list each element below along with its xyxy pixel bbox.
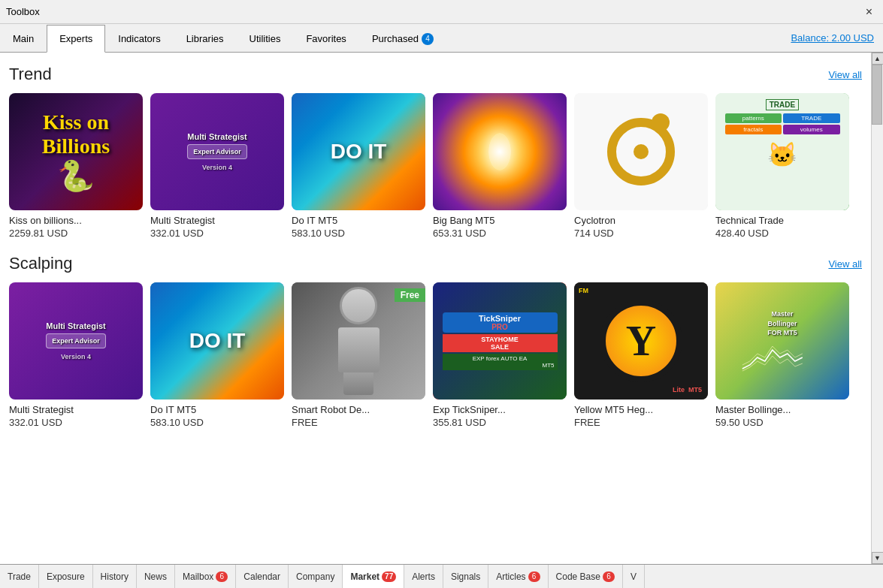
bottom-tab-trade[interactable]: Trade bbox=[0, 565, 39, 588]
bottom-tab-market[interactable]: Market77 bbox=[343, 565, 404, 588]
bottom-badge-mailbox: 6 bbox=[216, 571, 228, 582]
view-all-trend[interactable]: View all bbox=[828, 69, 862, 80]
product-price-scalping-2: FREE bbox=[292, 417, 425, 428]
scrollbar-down-button[interactable]: ▼ bbox=[872, 552, 884, 564]
product-price-trend-1: 332.01 USD bbox=[150, 228, 284, 239]
product-image-scalping-1: DO IT bbox=[150, 282, 284, 400]
tab-purchased[interactable]: Purchased4 bbox=[359, 25, 446, 53]
scrollbar-thumb[interactable] bbox=[872, 65, 882, 125]
product-image-trend-3 bbox=[433, 93, 567, 210]
bottom-tab-articles[interactable]: Articles6 bbox=[488, 565, 548, 588]
product-price-trend-4: 714 USD bbox=[574, 228, 708, 239]
product-name-trend-2: Do IT MT5 bbox=[292, 215, 425, 226]
scrollbar-up-button[interactable]: ▲ bbox=[872, 53, 884, 65]
section-title-scalping: Scalping bbox=[9, 254, 72, 273]
tab-badge-purchased: 4 bbox=[422, 33, 434, 45]
bottom-tab-calendar[interactable]: Calendar bbox=[236, 565, 289, 588]
product-image-scalping-5: Master Bollinger FOR MT5 bbox=[715, 282, 849, 400]
tab-indicators[interactable]: Indicators bbox=[105, 25, 173, 53]
product-image-scalping-0: Multi Strategist Expert Advisor Version … bbox=[9, 282, 143, 400]
product-image-scalping-2: Free bbox=[292, 282, 425, 400]
product-card-trend-5[interactable]: TRADE patterns TRADE fractals volumes 🐱 … bbox=[715, 93, 849, 239]
free-badge-2: Free bbox=[395, 288, 425, 302]
section-header-trend: TrendView all bbox=[9, 65, 862, 84]
product-name-scalping-5: Master Bollinge... bbox=[715, 404, 849, 415]
section-scalping: ScalpingView all Multi Strategist Expert… bbox=[9, 254, 862, 428]
bottom-badge-code base: 6 bbox=[603, 571, 615, 582]
product-card-trend-2[interactable]: DO IT Do IT MT5583.10 USD bbox=[292, 93, 425, 239]
product-image-scalping-3: TickSniper PRO STAYHOME SALE EXP forex A… bbox=[433, 282, 567, 400]
product-name-trend-4: Cyclotron bbox=[574, 215, 708, 226]
view-all-scalping[interactable]: View all bbox=[828, 258, 862, 270]
close-button[interactable]: × bbox=[861, 4, 877, 20]
product-image-trend-0: Kiss on Billions 🐍 bbox=[9, 93, 143, 210]
section-trend: TrendView all Kiss on Billions 🐍 Kiss on… bbox=[9, 65, 862, 239]
bottom-tab-bar: TradeExposureHistoryNewsMailbox6Calendar… bbox=[0, 564, 883, 588]
product-price-trend-2: 583.10 USD bbox=[292, 228, 425, 239]
product-name-trend-0: Kiss on billions... bbox=[9, 215, 143, 226]
product-price-scalping-1: 583.10 USD bbox=[150, 417, 284, 428]
bottom-badge-market: 77 bbox=[382, 571, 396, 582]
window-title: Toolbox bbox=[6, 6, 40, 17]
product-card-scalping-2[interactable]: FreeSmart Robot De...FREE bbox=[292, 282, 425, 428]
tab-favorites[interactable]: Favorites bbox=[293, 25, 358, 53]
bottom-tab-alerts[interactable]: Alerts bbox=[404, 565, 443, 588]
product-image-trend-5: TRADE patterns TRADE fractals volumes 🐱 bbox=[715, 93, 849, 210]
bottom-tab-company[interactable]: Company bbox=[289, 565, 343, 588]
product-price-trend-0: 2259.81 USD bbox=[9, 228, 143, 239]
bottom-tab-mailbox[interactable]: Mailbox6 bbox=[175, 565, 236, 588]
tab-utilities[interactable]: Utilities bbox=[237, 25, 294, 53]
product-price-scalping-5: 59.50 USD bbox=[715, 417, 849, 428]
bottom-tab-code-base[interactable]: Code Base6 bbox=[549, 565, 623, 588]
tab-libraries[interactable]: Libraries bbox=[174, 25, 237, 53]
product-image-trend-2: DO IT bbox=[292, 93, 425, 210]
bottom-tab-exposure[interactable]: Exposure bbox=[39, 565, 93, 588]
product-name-trend-3: Big Bang MT5 bbox=[433, 215, 567, 226]
product-image-scalping-4: Y Lite MT5 FM bbox=[574, 282, 708, 400]
scroll-area[interactable]: TrendView all Kiss on Billions 🐍 Kiss on… bbox=[0, 53, 871, 564]
scrollbar-thumb-area bbox=[872, 65, 883, 552]
product-name-trend-5: Technical Trade bbox=[715, 215, 849, 226]
product-name-scalping-1: Do IT MT5 bbox=[150, 404, 284, 415]
product-price-trend-5: 428.40 USD bbox=[715, 228, 849, 239]
product-image-trend-4 bbox=[574, 93, 708, 210]
bottom-tab-signals[interactable]: Signals bbox=[443, 565, 488, 588]
product-name-scalping-2: Smart Robot De... bbox=[292, 404, 425, 415]
section-header-scalping: ScalpingView all bbox=[9, 254, 862, 273]
product-card-scalping-5[interactable]: Master Bollinger FOR MT5 Master Bollinge… bbox=[715, 282, 849, 428]
product-card-scalping-4[interactable]: Y Lite MT5 FM Yellow MT5 Heg...FREE bbox=[574, 282, 708, 428]
product-card-trend-0[interactable]: Kiss on Billions 🐍 Kiss on billions...22… bbox=[9, 93, 143, 239]
scrollbar-track: ▲ ▼ bbox=[871, 53, 883, 564]
bottom-badge-articles: 6 bbox=[528, 571, 540, 582]
product-name-scalping-0: Multi Strategist bbox=[9, 404, 143, 415]
product-card-scalping-3[interactable]: TickSniper PRO STAYHOME SALE EXP forex A… bbox=[433, 282, 567, 428]
tab-navigation: MainExpertsIndicatorsLibrariesUtilitiesF… bbox=[0, 24, 883, 53]
product-name-scalping-3: Exp TickSniper... bbox=[433, 404, 567, 415]
product-card-trend-3[interactable]: Big Bang MT5653.31 USD bbox=[433, 93, 567, 239]
section-title-trend: Trend bbox=[9, 65, 52, 84]
products-grid-scalping: Multi Strategist Expert Advisor Version … bbox=[9, 282, 862, 428]
main-content: TrendView all Kiss on Billions 🐍 Kiss on… bbox=[0, 53, 883, 564]
bottom-tab-v[interactable]: V bbox=[623, 565, 645, 588]
title-bar: Toolbox × bbox=[0, 0, 883, 24]
bottom-tab-news[interactable]: News bbox=[137, 565, 175, 588]
product-name-scalping-4: Yellow MT5 Heg... bbox=[574, 404, 708, 415]
tab-list: MainExpertsIndicatorsLibrariesUtilitiesF… bbox=[0, 24, 446, 52]
product-card-scalping-0[interactable]: Multi Strategist Expert Advisor Version … bbox=[9, 282, 143, 428]
products-grid-trend: Kiss on Billions 🐍 Kiss on billions...22… bbox=[9, 93, 862, 239]
product-card-trend-1[interactable]: Multi Strategist Expert Advisor Version … bbox=[150, 93, 284, 239]
product-price-trend-3: 653.31 USD bbox=[433, 228, 567, 239]
product-price-scalping-4: FREE bbox=[574, 417, 708, 428]
product-card-scalping-1[interactable]: DO IT Do IT MT5583.10 USD bbox=[150, 282, 284, 428]
product-price-scalping-3: 355.81 USD bbox=[433, 417, 567, 428]
product-card-trend-4[interactable]: Cyclotron714 USD bbox=[574, 93, 708, 239]
product-price-scalping-0: 332.01 USD bbox=[9, 417, 143, 428]
tab-main[interactable]: Main bbox=[0, 25, 47, 53]
product-name-trend-1: Multi Strategist bbox=[150, 215, 284, 226]
balance-display[interactable]: Balance: 2.00 USD bbox=[791, 32, 883, 44]
tab-experts[interactable]: Experts bbox=[47, 25, 105, 53]
product-image-trend-1: Multi Strategist Expert Advisor Version … bbox=[150, 93, 284, 210]
bottom-tab-history[interactable]: History bbox=[93, 565, 137, 588]
